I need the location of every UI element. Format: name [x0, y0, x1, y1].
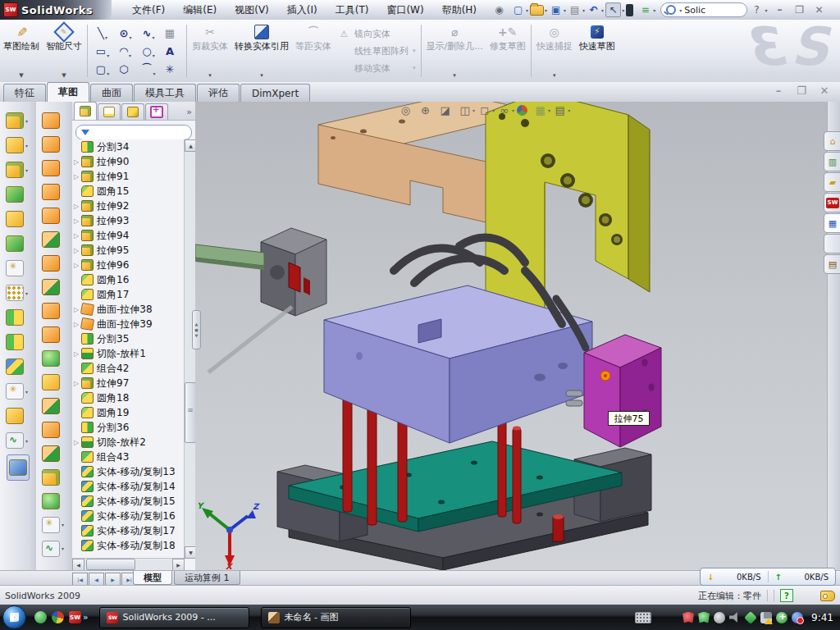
doc-minimize-button[interactable]: – — [771, 84, 786, 97]
pin-icon[interactable]: ◉ ▾ — [492, 3, 509, 16]
tree-filter-input[interactable] — [75, 125, 192, 140]
custom-properties-icon[interactable]: ▤ — [824, 254, 840, 274]
feature-tree-item[interactable]: ▷ 组合42 — [74, 361, 185, 376]
wizard-hole-icon[interactable]: ▾ — [6, 256, 30, 281]
feature-tree-item[interactable]: ▷ 拉伸95 — [74, 243, 185, 258]
configuration-manager-tab[interactable] — [121, 103, 144, 120]
featuremanager-tree-tab[interactable] — [74, 102, 97, 120]
minimize-button[interactable]: – — [773, 4, 788, 16]
knit-surface-icon[interactable]: ▾ — [42, 465, 66, 489]
slot-icon[interactable]: ▢ ▾ — [91, 60, 114, 78]
doc-close-button[interactable]: ✕ — [817, 84, 832, 97]
quick-launch-browser-icon[interactable] — [52, 611, 64, 623]
menu-item[interactable]: 帮助(H) — [433, 1, 486, 20]
feature-tree-item[interactable]: ▷ 圆角19 — [74, 405, 185, 420]
taskbar-task-button[interactable]: 未命名 - 画图 — [261, 607, 411, 628]
freeform-icon[interactable]: ▾ — [42, 513, 66, 536]
scroll-right-button[interactable]: ▶ — [172, 559, 185, 571]
extruded-boss-icon[interactable]: ▾ — [6, 108, 30, 133]
combine-icon[interactable]: ▾ — [6, 305, 30, 330]
feature-tree-item[interactable]: ▷ 实体-移动/复制14 — [74, 479, 185, 494]
helix-icon[interactable]: ▾ — [42, 275, 66, 299]
feature-tree-item[interactable]: ▷ 拉伸91 — [74, 169, 185, 184]
sketch-fillet-icon[interactable]: ⌒ ▾ — [137, 60, 160, 78]
feature-tree-item[interactable]: ▷ 圆角16 — [74, 272, 185, 287]
display-style-icon[interactable]: ◻ ▾ — [477, 103, 495, 117]
appearances-icon[interactable] — [824, 234, 840, 253]
expander-icon[interactable]: ▷ — [74, 247, 81, 254]
command-tab[interactable]: DimXpert — [240, 84, 310, 102]
feature-tree-item[interactable]: ▷ 分割36 — [74, 420, 185, 435]
menu-item[interactable]: 窗口(W) — [377, 1, 432, 20]
feature-tree-item[interactable]: ▷ 圆角17 — [74, 287, 185, 302]
menu-item[interactable]: 文件(F) — [123, 1, 174, 20]
help-dropdown[interactable]: ▾ — [765, 7, 768, 13]
expander-icon[interactable]: ▷ — [74, 350, 81, 358]
planar-surface-icon[interactable]: ▾ — [42, 251, 66, 275]
feature-tree-item[interactable]: ▷ 拉伸94 — [74, 228, 185, 243]
pattern-icon[interactable]: ▾ — [6, 281, 30, 305]
horizontal-scroll-thumb[interactable] — [86, 559, 135, 570]
extend-surface-icon[interactable]: ▾ — [42, 418, 66, 441]
expander-icon[interactable]: ▷ — [74, 203, 81, 210]
trim-surface-icon[interactable]: ▾ — [42, 441, 66, 465]
search-dropdown[interactable]: ▾ — [679, 7, 682, 13]
expander-icon[interactable]: ▷ — [74, 158, 81, 166]
view-palette-icon[interactable]: ▦ — [824, 213, 840, 233]
options-list-icon[interactable]: ≡ ▾ — [638, 3, 655, 16]
tray-security-icon[interactable] — [698, 612, 710, 623]
rib-icon[interactable]: ▾ — [6, 207, 30, 231]
menu-item[interactable]: 工具(T) — [326, 1, 378, 20]
smart-dimension-button[interactable]: ✎ 智能尺寸 ▼ — [43, 20, 85, 82]
command-tab[interactable]: 特征 — [3, 84, 46, 102]
restore-button[interactable]: ❐ — [792, 4, 807, 16]
command-tab[interactable]: 模具工具 — [134, 84, 196, 102]
new-file-icon[interactable]: ▢ ▾ — [511, 3, 528, 16]
swept-surface-icon[interactable]: ▾ — [42, 108, 66, 132]
menu-item[interactable]: 插入(I) — [278, 1, 326, 20]
section-view-icon[interactable]: ◪ ▾ — [438, 103, 455, 117]
expander-icon[interactable]: ▷ — [74, 380, 81, 387]
feature-tree-item[interactable]: ▷ 实体-移动/复制17 — [74, 523, 185, 538]
search-value[interactable]: Solic — [684, 5, 705, 16]
home-icon[interactable]: ⌂ — [824, 131, 840, 151]
zoom-fit-icon[interactable]: ◎ ▾ — [399, 103, 416, 117]
chamfer-icon[interactable]: ▾ — [6, 182, 30, 207]
tray-network-warning-icon[interactable] — [760, 612, 772, 623]
menu-item[interactable]: 编辑(E) — [174, 1, 226, 20]
reference-geometry-icon[interactable]: ▾ — [6, 379, 30, 404]
marquee-select-icon[interactable]: ▦ ▾ — [160, 24, 183, 42]
rapid-sketch-button[interactable]: ⚡ 快速草图 — [576, 20, 619, 82]
command-tab[interactable]: 曲面 — [90, 84, 133, 102]
rectangle-icon[interactable]: ▭ ▾ — [91, 42, 114, 60]
feature-tree-item[interactable]: ▷ 曲面-拉伸39 — [74, 317, 185, 331]
sketch-draw-button[interactable]: ✎ 草图绘制 ▼ — [0, 20, 43, 82]
prev-tab-button[interactable]: ◀ — [89, 573, 104, 586]
tray-health-icon[interactable] — [776, 612, 788, 623]
arc-icon[interactable]: ◠ ▾ — [114, 42, 137, 60]
open-file-icon[interactable]: ▾ — [530, 5, 547, 16]
instant3d-button[interactable] — [7, 454, 30, 481]
circle-icon[interactable]: ⊙ ▾ — [114, 24, 137, 42]
solidworks-resources-icon[interactable]: SW — [824, 193, 840, 212]
feature-tree-item[interactable]: ▷ 拉伸97 — [74, 376, 185, 390]
tree-horizontal-scrollbar[interactable]: ◀ ▶ — [72, 558, 185, 570]
menu-item[interactable]: 视图(V) — [226, 1, 278, 20]
start-button[interactable] — [2, 605, 26, 629]
expander-icon[interactable]: ▷ — [74, 262, 81, 269]
vertical-scroll-thumb[interactable] — [185, 382, 196, 443]
view-settings-icon[interactable]: ▤ ▾ — [553, 103, 570, 117]
tray-antivirus-icon[interactable] — [682, 612, 694, 623]
feature-tree-item[interactable]: ▷ 实体-移动/复制15 — [74, 494, 185, 509]
filled-surface-icon[interactable]: ▾ — [42, 203, 66, 227]
undo-icon[interactable]: ↶ ▾ — [587, 3, 604, 16]
polygon-icon[interactable]: ⬡ ▾ — [114, 60, 137, 78]
surface-curve-icon[interactable]: ▾ — [42, 536, 66, 560]
delete-face-icon[interactable]: ▾ — [42, 346, 66, 370]
model-3d-view[interactable]: Y Z X — [195, 102, 827, 570]
select-icon[interactable]: ↖ ▾ — [605, 2, 624, 17]
feature-tree-item[interactable]: ▷ 曲面-拉伸38 — [74, 302, 185, 317]
tray-search-icon[interactable] — [714, 612, 725, 623]
design-library-icon[interactable]: ▥ — [824, 152, 840, 171]
feature-tree-item[interactable]: ▷ 分割35 — [74, 331, 185, 346]
